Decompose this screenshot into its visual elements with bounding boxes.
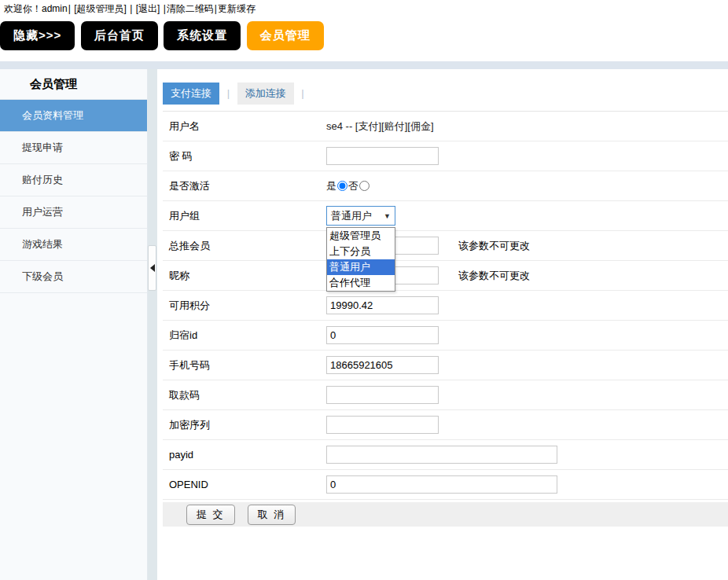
nickname-note: 该参数不可更改 <box>458 269 530 283</box>
payid-label: payid <box>163 449 326 461</box>
openid-input[interactable] <box>326 475 557 494</box>
form-row-home-id: 归宿id <box>163 321 728 351</box>
nav-home-button[interactable]: 后台首页 <box>81 21 158 50</box>
usergroup-option-super-admin[interactable]: 超级管理员 <box>327 228 395 244</box>
sidebar-item-withdraw-request[interactable]: 提现申请 <box>0 132 147 164</box>
home-id-label: 归宿id <box>163 329 326 343</box>
tab-separator: | <box>227 87 230 99</box>
welcome-bar: 欢迎你！admin| [超级管理员] | [退出] |清除二维码|更新缓存 <box>0 0 728 14</box>
usergroup-label: 用户组 <box>163 209 326 223</box>
usergroup-option-normal-user[interactable]: 普通用户 <box>327 259 395 275</box>
sidebar-item-user-operations[interactable]: 用户运营 <box>0 196 147 229</box>
payid-input[interactable] <box>326 446 557 464</box>
phone-input[interactable] <box>326 356 439 374</box>
encrypt-seq-label: 加密序列 <box>163 418 326 432</box>
openid-label: OPENID <box>163 479 326 490</box>
cancel-button[interactable]: 取 消 <box>248 505 296 525</box>
main-layout: 会员管理 会员资料管理 提现申请 赔付历史 用户运营 游戏结果 下级会员 支付连… <box>0 69 728 580</box>
activate-no-label: 否 <box>348 179 358 193</box>
sidebar-item-member-profile[interactable]: 会员资料管理 <box>0 100 147 132</box>
tab-separator: | <box>301 87 303 99</box>
role-link[interactable]: [超级管理员] <box>74 3 127 14</box>
withdraw-code-label: 取款码 <box>163 388 326 402</box>
activate-no-radio[interactable] <box>359 181 370 191</box>
form-row-nickname: 昵称 该参数不可更改 <box>163 261 728 291</box>
form-row-payid: payid <box>163 440 728 470</box>
content-area: 支付连接 | 添加连接 | 用户名 se4 -- [支付][赔付][佣金] 密 … <box>157 69 728 580</box>
sidebar-item-game-results[interactable]: 游戏结果 <box>0 229 147 261</box>
form-row-phone: 手机号码 <box>163 351 728 380</box>
chevron-down-icon: ▼ <box>384 212 391 220</box>
points-label: 可用积分 <box>163 299 326 313</box>
activate-yes-radio[interactable] <box>337 181 347 191</box>
phone-label: 手机号码 <box>163 358 326 373</box>
sidebar-title: 会员管理 <box>0 69 147 100</box>
withdraw-code-input[interactable] <box>326 386 439 404</box>
form-row-encrypt-seq: 加密序列 <box>163 410 728 440</box>
form-row-activate: 是否激活 是 否 <box>163 171 728 201</box>
usergroup-option-updown-clerk[interactable]: 上下分员 <box>327 244 395 259</box>
referrer-note: 该参数不可更改 <box>458 239 530 253</box>
form-row-openid: OPENID <box>163 470 728 500</box>
usergroup-selected-value: 普通用户 <box>331 209 372 223</box>
home-id-input[interactable] <box>326 326 439 344</box>
form-row-points: 可用积分 <box>163 291 728 321</box>
tab-add-link[interactable]: 添加连接 <box>237 83 294 105</box>
tab-bar: 支付连接 | 添加连接 | <box>163 69 728 112</box>
encrypt-seq-input[interactable] <box>326 416 439 434</box>
activate-label: 是否激活 <box>163 179 326 193</box>
separator: | <box>164 3 166 14</box>
header-divider-band <box>0 61 728 69</box>
nav-hide-button[interactable]: 隐藏>>> <box>0 21 75 50</box>
form-row-referrer: 总推会员 该参数不可更改 <box>163 231 728 261</box>
collapse-arrow-icon <box>150 264 155 272</box>
form-row-withdraw-code: 取款码 <box>163 380 728 410</box>
points-input[interactable] <box>326 296 439 314</box>
separator: | <box>68 3 71 14</box>
form-row-username: 用户名 se4 -- [支付][赔付][佣金] <box>163 112 728 141</box>
form-actions: 提 交 取 消 <box>163 502 728 527</box>
usergroup-dropdown-list: 超级管理员 上下分员 普通用户 合作代理 <box>326 227 395 292</box>
clear-qr-link[interactable]: 清除二维码 <box>167 3 214 14</box>
password-label: 密 码 <box>163 149 326 163</box>
username-label: 用户名 <box>163 119 326 134</box>
usergroup-select[interactable]: 普通用户 ▼ <box>326 206 395 226</box>
refresh-cache-link[interactable]: 更新缓存 <box>218 3 256 14</box>
sidebar-collapse-handle[interactable] <box>148 245 156 291</box>
separator: | <box>130 3 132 14</box>
logout-link[interactable]: [退出] <box>136 3 160 14</box>
nav-bar: 隐藏>>> 后台首页 系统设置 会员管理 <box>0 14 728 61</box>
nav-member-management-button[interactable]: 会员管理 <box>247 21 324 50</box>
password-input[interactable] <box>326 147 439 165</box>
sidebar-divider <box>148 69 157 580</box>
welcome-text: 欢迎你！admin <box>4 3 68 14</box>
form-row-password: 密 码 <box>163 141 728 171</box>
tab-pay-link[interactable]: 支付连接 <box>163 83 219 105</box>
nav-system-settings-button[interactable]: 系统设置 <box>164 21 241 50</box>
activate-yes-label: 是 <box>326 179 336 193</box>
sidebar: 会员管理 会员资料管理 提现申请 赔付历史 用户运营 游戏结果 下级会员 <box>0 69 148 580</box>
submit-button[interactable]: 提 交 <box>186 505 235 525</box>
sidebar-item-sub-members[interactable]: 下级会员 <box>0 261 147 293</box>
referrer-label: 总推会员 <box>163 239 326 253</box>
sidebar-item-payout-history[interactable]: 赔付历史 <box>0 164 147 196</box>
username-value: se4 -- [支付][赔付][佣金] <box>326 119 434 134</box>
separator: | <box>215 3 217 14</box>
usergroup-option-coop-agent[interactable]: 合作代理 <box>327 275 395 291</box>
form-row-usergroup: 用户组 普通用户 ▼ 超级管理员 上下分员 普通用户 合作代理 <box>163 201 728 231</box>
nickname-label: 昵称 <box>163 269 326 283</box>
